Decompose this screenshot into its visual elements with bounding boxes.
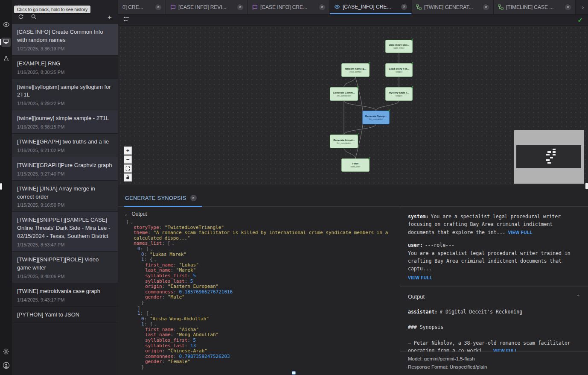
- fit-view-button[interactable]: [124, 164, 132, 173]
- json-tree: {⌄storyType: "TwistedLoveTriangle"theme:…: [123, 220, 400, 370]
- rail-prompts-button[interactable]: [1, 38, 11, 47]
- graph-node-state_mkey[interactable]: state mkey stor...state_mkey✓: [385, 40, 413, 53]
- run-metadata: Model: gemini/gemini-1.5-flash Response …: [400, 352, 588, 375]
- graph-node-random_name[interactable]: random name g...exec_python✓: [341, 63, 370, 77]
- close-icon[interactable]: ×: [319, 4, 325, 10]
- view-full-link[interactable]: VIEW FULL: [408, 275, 580, 281]
- zoom-controls: + −: [124, 146, 132, 182]
- list-item[interactable]: [TWINE][SNIPPET][ROLE] Video game writer…: [12, 252, 118, 283]
- prompt-title: [twine][journey] simple sample - 2T1L: [17, 114, 113, 123]
- json-line: theme: "A romance scam facilitator is ki…: [123, 230, 396, 241]
- editor-tab[interactable]: [CASE_INFO] CRE...×: [330, 0, 412, 14]
- zoom-out-button[interactable]: −: [124, 155, 132, 164]
- prompt-timestamp: 1/15/2025, 9:27:40 PM: [17, 171, 113, 176]
- output-section-title: Output: [408, 293, 425, 302]
- view-full-link[interactable]: VIEW FULL: [508, 230, 532, 235]
- editor-area: 0] CRE...×[CASE INFO] REVI...×[CASE INFO…: [118, 0, 588, 375]
- zoom-in-button[interactable]: +: [124, 146, 132, 155]
- output-json-pane: ⌄ Output {⌄storyType: "TwistedLoveTriang…: [118, 207, 400, 375]
- graph-node-generate_common[interactable]: Generate Comm...llm_completion✓: [330, 87, 358, 101]
- prompts-panel: Prompts + [CASE INFO] Create Common Info…: [12, 0, 118, 375]
- close-icon[interactable]: ×: [565, 4, 571, 10]
- json-line: 0: "Aisha Wong-Abdullah": [123, 316, 396, 322]
- editor-tab[interactable]: 0] CRE...×: [118, 0, 166, 14]
- chevron-down-icon[interactable]: ⌄: [151, 247, 153, 251]
- close-icon[interactable]: ×: [401, 4, 407, 10]
- editor-tab[interactable]: [TIMELINE] CASE ...×: [494, 0, 576, 14]
- close-icon[interactable]: ×: [190, 195, 197, 201]
- node-subtitle: llm_completion: [369, 118, 383, 121]
- add-prompt-button[interactable]: +: [108, 15, 112, 21]
- tab-label: [CASE INFO] REVI...: [178, 4, 235, 10]
- close-icon[interactable]: ×: [483, 4, 489, 10]
- prompt-title: [TWINE] metroidvania case graph: [17, 287, 113, 296]
- chevron-down-icon[interactable]: ⌄: [154, 258, 157, 262]
- bottom-panel-content: ⌄ Output {⌄storyType: "TwistedLoveTriang…: [118, 207, 588, 375]
- list-item[interactable]: [TWINE][GRAPH]Pure Graphviz graph1/15/20…: [12, 157, 118, 181]
- bottom-panel: GENERATE SYNOPSIS × ⌄ Output {⌄storyType…: [118, 185, 588, 375]
- close-icon[interactable]: ×: [155, 4, 161, 10]
- node-title: Generate Comm...: [333, 91, 355, 94]
- minimap-node: [546, 159, 550, 161]
- app-window: Prompts + [CASE INFO] Create Common Info…: [0, 0, 588, 375]
- eye-icon: [334, 4, 340, 10]
- list-item[interactable]: [TWINE][SNIPPET][SAMPLE CASE] Online Thr…: [12, 212, 118, 252]
- refresh-icon[interactable]: [18, 14, 24, 21]
- list-item[interactable]: [TWINE] metroidvania case graph1/14/2025…: [12, 283, 118, 307]
- node-subtitle: state_filter: [350, 165, 360, 168]
- chevron-down-icon[interactable]: ⌄: [151, 311, 153, 316]
- account-button[interactable]: [1, 361, 11, 371]
- list-item[interactable]: [CASE INFO] Create Common Info with rand…: [12, 24, 118, 56]
- list-item[interactable]: [PYTHON] Yaml to JSON: [12, 307, 118, 323]
- layout-icon[interactable]: [123, 16, 130, 24]
- minimap-node: [547, 162, 551, 164]
- editor-tab[interactable]: [TWINE] GENERAT...×: [412, 0, 494, 14]
- rail-experiments-button[interactable]: [1, 55, 11, 64]
- graph-node-load_story[interactable]: Load Story For...snippet✓: [385, 63, 413, 77]
- json-line: gender: "Female": [123, 359, 396, 365]
- editor-tab[interactable]: [CASE INFO] CRE...×: [248, 0, 330, 14]
- output-section-title: Output: [131, 211, 147, 217]
- editor-tab[interactable]: [CASE INFO] REVI...×: [166, 0, 248, 14]
- list-item[interactable]: [twine][syllogism] sample syllogism for …: [12, 79, 118, 111]
- response-format-info: Response Format: Unspecified/plain: [408, 363, 580, 371]
- check-icon: ✓: [387, 108, 391, 113]
- chevron-down-icon[interactable]: ⌄: [131, 220, 133, 224]
- graph-node-mystery_style[interactable]: Mystery Style F...snippet✓: [385, 87, 413, 101]
- prompt-title: [PYTHON] Yaml to JSON: [17, 311, 113, 319]
- close-icon[interactable]: ×: [237, 4, 243, 10]
- node-subtitle: state_mkey: [393, 47, 405, 50]
- minimap-node: [550, 157, 553, 158]
- prompt-timestamp: 1/15/2025, 9:16:50 PM: [17, 202, 113, 208]
- graph-node-filter[interactable]: Filterstate_filter✓: [341, 158, 370, 172]
- chevron-down-icon[interactable]: ⌄: [124, 212, 128, 217]
- output-tab[interactable]: GENERATE SYNOPSIS ×: [124, 195, 202, 207]
- chevron-up-icon[interactable]: ⌃: [576, 293, 580, 301]
- lock-button[interactable]: [124, 173, 132, 182]
- tab-label: GENERATE SYNOPSIS: [125, 195, 186, 201]
- list-item[interactable]: [TWINE] [JINJA] Array merge in correct o…: [12, 181, 118, 212]
- splitter-grip-left[interactable]: [0, 183, 2, 190]
- minimap-node: [546, 154, 550, 156]
- graph-node-generate_intro[interactable]: Generate Introd...llm_completion✓: [330, 135, 358, 148]
- list-item[interactable]: [twine][journey] simple sample - 2T1L1/1…: [12, 110, 118, 134]
- check-icon: ✓: [356, 132, 359, 137]
- search-icon[interactable]: [31, 14, 37, 21]
- check-icon: ✓: [410, 38, 414, 42]
- list-item[interactable]: [EXAMPLE] RNG1/16/2025, 8:30:25 PM: [12, 56, 118, 79]
- minimap[interactable]: [514, 130, 584, 184]
- chevron-right-icon[interactable]: ›: [578, 0, 588, 14]
- rail-view-button[interactable]: [1, 21, 11, 30]
- model-info: Model: gemini/gemini-1.5-flash: [408, 355, 580, 363]
- chevron-down-icon[interactable]: ⌄: [172, 241, 174, 246]
- check-icon: ✓: [367, 61, 371, 65]
- settings-button[interactable]: [1, 348, 11, 357]
- edge: [344, 77, 355, 87]
- chevron-down-icon[interactable]: ⌄: [154, 322, 157, 326]
- node-title: Generate Synop...: [365, 114, 387, 118]
- splitter-grip-bottom[interactable]: [292, 371, 296, 375]
- splitter-grip-right[interactable]: [585, 183, 588, 189]
- list-item[interactable]: [TWINE][GRAPH] two truths and a lie1/16/…: [12, 134, 118, 157]
- graph-canvas[interactable]: + − state mkey stor...state_mkey✓random …: [118, 26, 588, 185]
- graph-node-generate_synopsis[interactable]: Generate Synop...llm_completion✓: [362, 111, 390, 124]
